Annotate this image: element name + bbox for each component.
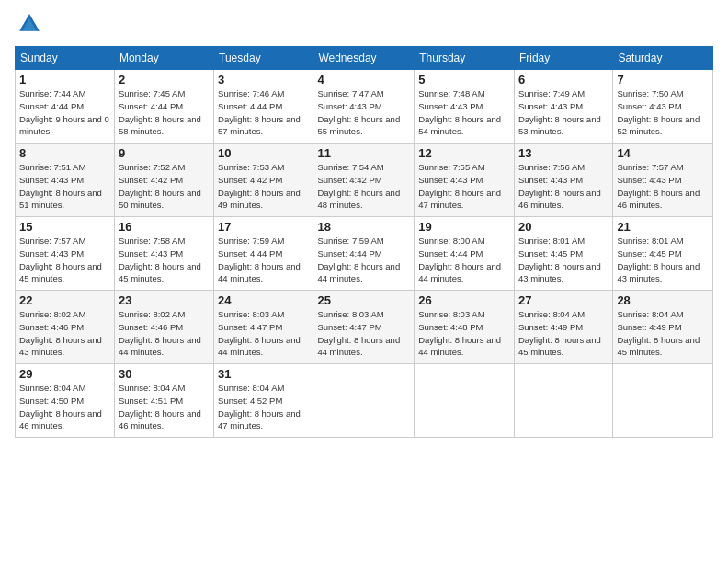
day-number: 15 <box>19 220 110 234</box>
calendar-header-row: SundayMondayTuesdayWednesdayThursdayFrid… <box>16 47 713 70</box>
calendar-week-row: 8 Sunrise: 7:51 AMSunset: 4:43 PMDayligh… <box>16 144 713 217</box>
logo <box>15 11 42 40</box>
day-number: 3 <box>218 73 309 86</box>
day-number: 22 <box>19 293 110 307</box>
calendar-cell: 4 Sunrise: 7:47 AMSunset: 4:43 PMDayligh… <box>313 70 415 144</box>
calendar-cell: 27 Sunrise: 8:04 AMSunset: 4:49 PMDaylig… <box>514 291 612 364</box>
day-info: Sunrise: 7:51 AMSunset: 4:43 PMDaylight:… <box>19 162 102 210</box>
weekday-header-monday: Monday <box>114 47 213 70</box>
calendar-cell: 12 Sunrise: 7:55 AMSunset: 4:43 PMDaylig… <box>415 144 515 217</box>
calendar-cell <box>514 364 612 438</box>
day-number: 4 <box>317 73 410 86</box>
calendar-cell: 11 Sunrise: 7:54 AMSunset: 4:42 PMDaylig… <box>313 144 415 217</box>
day-info: Sunrise: 7:49 AMSunset: 4:43 PMDaylight:… <box>518 88 601 136</box>
day-number: 7 <box>617 73 709 86</box>
calendar-cell: 16 Sunrise: 7:58 AMSunset: 4:43 PMDaylig… <box>114 217 213 291</box>
day-info: Sunrise: 7:57 AMSunset: 4:43 PMDaylight:… <box>19 236 102 283</box>
calendar-week-row: 22 Sunrise: 8:02 AMSunset: 4:46 PMDaylig… <box>16 291 713 364</box>
calendar-body: 1 Sunrise: 7:44 AMSunset: 4:44 PMDayligh… <box>16 70 713 438</box>
day-number: 5 <box>418 73 510 86</box>
day-number: 12 <box>418 146 510 160</box>
weekday-header-thursday: Thursday <box>415 47 515 70</box>
calendar-cell: 24 Sunrise: 8:03 AMSunset: 4:47 PMDaylig… <box>214 291 313 364</box>
day-number: 21 <box>617 220 709 234</box>
day-number: 18 <box>317 220 410 234</box>
calendar-cell: 17 Sunrise: 7:59 AMSunset: 4:44 PMDaylig… <box>214 217 313 291</box>
day-number: 31 <box>218 367 309 381</box>
day-number: 1 <box>19 73 110 86</box>
day-info: Sunrise: 8:00 AMSunset: 4:44 PMDaylight:… <box>418 236 501 283</box>
day-info: Sunrise: 8:04 AMSunset: 4:49 PMDaylight:… <box>617 309 700 357</box>
day-number: 30 <box>119 367 210 381</box>
day-number: 10 <box>218 146 309 160</box>
day-info: Sunrise: 8:04 AMSunset: 4:50 PMDaylight:… <box>19 383 102 431</box>
day-info: Sunrise: 7:46 AMSunset: 4:44 PMDaylight:… <box>218 88 301 136</box>
calendar-week-row: 1 Sunrise: 7:44 AMSunset: 4:44 PMDayligh… <box>16 70 713 144</box>
day-info: Sunrise: 8:02 AMSunset: 4:46 PMDaylight:… <box>119 309 201 357</box>
day-info: Sunrise: 7:58 AMSunset: 4:43 PMDaylight:… <box>119 236 201 283</box>
day-info: Sunrise: 8:01 AMSunset: 4:45 PMDaylight:… <box>518 236 601 283</box>
day-info: Sunrise: 7:53 AMSunset: 4:42 PMDaylight:… <box>218 162 301 210</box>
calendar-cell <box>313 364 415 438</box>
day-info: Sunrise: 7:50 AMSunset: 4:43 PMDaylight:… <box>617 88 700 136</box>
calendar-cell: 19 Sunrise: 8:00 AMSunset: 4:44 PMDaylig… <box>415 217 515 291</box>
day-info: Sunrise: 7:48 AMSunset: 4:43 PMDaylight:… <box>418 88 501 136</box>
day-number: 28 <box>617 293 709 307</box>
calendar-table: SundayMondayTuesdayWednesdayThursdayFrid… <box>15 46 713 438</box>
day-info: Sunrise: 7:54 AMSunset: 4:42 PMDaylight:… <box>317 162 400 210</box>
day-number: 17 <box>218 220 309 234</box>
weekday-header-sunday: Sunday <box>16 47 115 70</box>
calendar-cell: 25 Sunrise: 8:03 AMSunset: 4:47 PMDaylig… <box>313 291 415 364</box>
calendar-cell: 5 Sunrise: 7:48 AMSunset: 4:43 PMDayligh… <box>415 70 515 144</box>
day-number: 24 <box>218 293 309 307</box>
day-info: Sunrise: 7:57 AMSunset: 4:43 PMDaylight:… <box>617 162 700 210</box>
calendar-week-row: 15 Sunrise: 7:57 AMSunset: 4:43 PMDaylig… <box>16 217 713 291</box>
calendar-cell: 31 Sunrise: 8:04 AMSunset: 4:52 PMDaylig… <box>214 364 313 438</box>
calendar-cell: 6 Sunrise: 7:49 AMSunset: 4:43 PMDayligh… <box>514 70 612 144</box>
day-info: Sunrise: 7:56 AMSunset: 4:43 PMDaylight:… <box>518 162 601 210</box>
day-info: Sunrise: 7:59 AMSunset: 4:44 PMDaylight:… <box>218 236 301 283</box>
day-info: Sunrise: 7:44 AMSunset: 4:44 PMDaylight:… <box>19 88 109 136</box>
day-number: 27 <box>518 293 609 307</box>
day-info: Sunrise: 8:04 AMSunset: 4:51 PMDaylight:… <box>119 383 201 431</box>
calendar-cell: 1 Sunrise: 7:44 AMSunset: 4:44 PMDayligh… <box>16 70 115 144</box>
calendar-cell: 2 Sunrise: 7:45 AMSunset: 4:44 PMDayligh… <box>114 70 213 144</box>
day-info: Sunrise: 8:01 AMSunset: 4:45 PMDaylight:… <box>617 236 700 283</box>
calendar-cell: 30 Sunrise: 8:04 AMSunset: 4:51 PMDaylig… <box>114 364 213 438</box>
day-number: 25 <box>317 293 410 307</box>
day-number: 13 <box>518 146 609 160</box>
day-info: Sunrise: 7:45 AMSunset: 4:44 PMDaylight:… <box>119 88 201 136</box>
day-info: Sunrise: 7:52 AMSunset: 4:42 PMDaylight:… <box>119 162 201 210</box>
weekday-header-friday: Friday <box>514 47 612 70</box>
weekday-header-tuesday: Tuesday <box>214 47 313 70</box>
calendar-cell: 13 Sunrise: 7:56 AMSunset: 4:43 PMDaylig… <box>514 144 612 217</box>
day-number: 23 <box>119 293 210 307</box>
day-info: Sunrise: 7:47 AMSunset: 4:43 PMDaylight:… <box>317 88 400 136</box>
day-info: Sunrise: 8:04 AMSunset: 4:52 PMDaylight:… <box>218 383 301 431</box>
day-number: 9 <box>119 146 210 160</box>
weekday-header-wednesday: Wednesday <box>313 47 415 70</box>
day-number: 20 <box>518 220 609 234</box>
calendar-cell: 22 Sunrise: 8:02 AMSunset: 4:46 PMDaylig… <box>16 291 115 364</box>
day-number: 8 <box>19 146 110 160</box>
weekday-header-saturday: Saturday <box>613 47 713 70</box>
day-number: 19 <box>418 220 510 234</box>
day-info: Sunrise: 8:02 AMSunset: 4:46 PMDaylight:… <box>19 309 102 357</box>
calendar-cell: 23 Sunrise: 8:02 AMSunset: 4:46 PMDaylig… <box>114 291 213 364</box>
calendar-cell: 26 Sunrise: 8:03 AMSunset: 4:48 PMDaylig… <box>415 291 515 364</box>
day-info: Sunrise: 8:04 AMSunset: 4:49 PMDaylight:… <box>518 309 601 357</box>
calendar-cell <box>613 364 713 438</box>
day-number: 14 <box>617 146 709 160</box>
day-info: Sunrise: 7:59 AMSunset: 4:44 PMDaylight:… <box>317 236 400 283</box>
calendar-cell: 20 Sunrise: 8:01 AMSunset: 4:45 PMDaylig… <box>514 217 612 291</box>
day-info: Sunrise: 8:03 AMSunset: 4:48 PMDaylight:… <box>418 309 501 357</box>
calendar-cell: 7 Sunrise: 7:50 AMSunset: 4:43 PMDayligh… <box>613 70 713 144</box>
calendar-cell <box>415 364 515 438</box>
calendar-week-row: 29 Sunrise: 8:04 AMSunset: 4:50 PMDaylig… <box>16 364 713 438</box>
calendar-cell: 28 Sunrise: 8:04 AMSunset: 4:49 PMDaylig… <box>613 291 713 364</box>
page-container: SundayMondayTuesdayWednesdayThursdayFrid… <box>0 0 728 445</box>
day-number: 2 <box>119 73 210 86</box>
calendar-cell: 9 Sunrise: 7:52 AMSunset: 4:42 PMDayligh… <box>114 144 213 217</box>
day-info: Sunrise: 8:03 AMSunset: 4:47 PMDaylight:… <box>317 309 400 357</box>
header <box>15 11 713 40</box>
